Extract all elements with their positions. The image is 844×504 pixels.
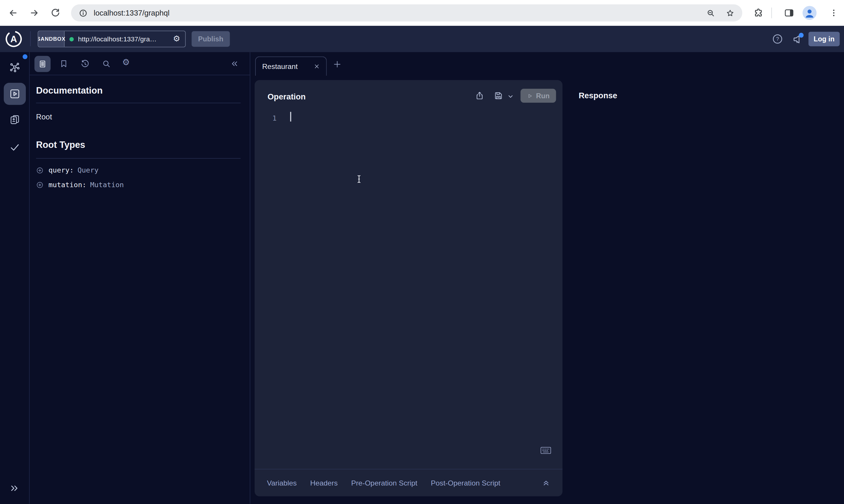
changelog-icon[interactable] bbox=[9, 114, 20, 125]
notification-dot bbox=[799, 33, 804, 38]
question-mark: ? bbox=[776, 36, 779, 42]
save-operation-icon[interactable] bbox=[494, 91, 503, 101]
browser-chrome: localhost:1337/graphql bbox=[0, 0, 844, 26]
endpoint-input[interactable]: http://localhost:1337/gra… ⚙ bbox=[65, 31, 185, 47]
mutation-type-link[interactable]: Mutation bbox=[90, 181, 124, 188]
root-types-title: Root Types bbox=[36, 140, 85, 151]
add-field-icon[interactable] bbox=[36, 166, 44, 174]
post-operation-script-tab[interactable]: Post-Operation Script bbox=[431, 479, 500, 487]
endpoint-group: SANDBOX http://localhost:1337/gra… ⚙ bbox=[38, 31, 186, 47]
apollo-logo[interactable]: A bbox=[5, 30, 22, 48]
browser-back-icon[interactable] bbox=[7, 7, 18, 18]
mutation-field-label: mutation: bbox=[49, 181, 86, 188]
side-panel-icon[interactable] bbox=[784, 7, 795, 18]
share-operation-icon[interactable] bbox=[475, 91, 485, 101]
line-number: 1 bbox=[272, 114, 276, 122]
graph-icon[interactable] bbox=[9, 62, 20, 73]
run-label: Run bbox=[536, 92, 549, 100]
docs-divider bbox=[36, 158, 241, 159]
documentation-panel: ⚙ Documentation Root Root Types query: Q… bbox=[30, 52, 250, 504]
apollo-logo-letter: A bbox=[10, 34, 17, 44]
checks-icon[interactable] bbox=[9, 141, 20, 152]
run-play-icon bbox=[527, 93, 533, 98]
operation-code-editor[interactable]: 1 bbox=[255, 110, 562, 469]
operation-editor-column: Restaurant Operation bbox=[250, 52, 562, 504]
extensions-puzzle-icon[interactable] bbox=[753, 7, 764, 18]
explorer-tab-active[interactable] bbox=[4, 83, 26, 105]
settings-gear-icon[interactable]: ⚙ bbox=[122, 58, 130, 67]
publish-button[interactable]: Publish bbox=[192, 31, 230, 47]
apollo-sandbox-screen: localhost:1337/graphql A bbox=[0, 0, 844, 504]
operation-title: Operation bbox=[268, 92, 306, 101]
collapse-panel-icon[interactable] bbox=[230, 59, 239, 68]
save-options-chevron-down-icon[interactable] bbox=[507, 94, 513, 100]
profile-avatar[interactable] bbox=[803, 6, 817, 20]
site-info-icon[interactable] bbox=[79, 8, 88, 17]
documentation-icon bbox=[38, 59, 47, 68]
response-panel: Response bbox=[562, 52, 844, 504]
query-type-link[interactable]: Query bbox=[77, 166, 99, 174]
left-rail bbox=[0, 52, 30, 504]
sandbox-badge: SANDBOX bbox=[38, 31, 65, 47]
help-icon[interactable]: ? bbox=[772, 33, 783, 44]
bookmark-star-icon[interactable] bbox=[726, 8, 735, 17]
variables-tab[interactable]: Variables bbox=[267, 479, 297, 487]
docs-icon-row: ⚙ bbox=[30, 52, 250, 75]
address-bar[interactable]: localhost:1337/graphql bbox=[71, 4, 742, 22]
browser-forward-icon[interactable] bbox=[29, 7, 40, 18]
browser-reload-icon[interactable] bbox=[50, 7, 61, 18]
history-icon[interactable] bbox=[80, 59, 90, 69]
browser-menu-icon[interactable] bbox=[829, 8, 839, 18]
bookmarks-icon[interactable] bbox=[59, 59, 68, 68]
new-tab-icon[interactable] bbox=[333, 59, 342, 69]
tab-restaurant[interactable]: Restaurant bbox=[255, 56, 327, 76]
chrome-divider bbox=[772, 7, 772, 18]
toolbar-divider bbox=[30, 31, 31, 46]
documentation-tab-active[interactable] bbox=[34, 56, 51, 72]
keyboard-shortcuts-icon[interactable] bbox=[540, 447, 551, 455]
login-button[interactable]: Log in bbox=[808, 32, 840, 46]
root-type-mutation-row[interactable]: mutation: Mutation bbox=[36, 178, 124, 192]
run-button[interactable]: Run bbox=[520, 89, 556, 103]
apollo-toolbar: A SANDBOX http://localhost:1337/gra… ⚙ P… bbox=[0, 26, 844, 52]
text-caret bbox=[290, 112, 291, 122]
root-type-query-row[interactable]: query: Query bbox=[36, 163, 99, 177]
connection-status-dot bbox=[69, 37, 74, 41]
response-title: Response bbox=[579, 91, 617, 100]
endpoint-settings-gear-icon[interactable]: ⚙ bbox=[173, 35, 180, 43]
add-field-icon[interactable] bbox=[36, 181, 44, 188]
explorer-play-icon bbox=[9, 88, 20, 100]
docs-title: Documentation bbox=[36, 85, 103, 96]
mouse-ibeam-cursor bbox=[354, 174, 364, 185]
collapse-footer-icon[interactable] bbox=[542, 479, 550, 487]
docs-root-link[interactable]: Root bbox=[36, 112, 52, 121]
close-tab-icon[interactable] bbox=[314, 64, 320, 69]
docs-divider bbox=[36, 103, 241, 103]
search-icon[interactable] bbox=[102, 59, 111, 68]
rail-notification-dot bbox=[23, 54, 27, 59]
tab-title: Restaurant bbox=[262, 62, 298, 70]
url-text: localhost:1337/graphql bbox=[94, 8, 170, 17]
expand-rail-icon[interactable] bbox=[9, 483, 20, 494]
workspace: ⚙ Documentation Root Root Types query: Q… bbox=[0, 52, 844, 504]
operation-panel: Operation Run 1 bbox=[255, 80, 562, 497]
operation-footer: Variables Headers Pre-Operation Script P… bbox=[255, 469, 562, 496]
query-field-label: query: bbox=[49, 166, 74, 174]
pre-operation-script-tab[interactable]: Pre-Operation Script bbox=[351, 479, 418, 487]
zoom-out-icon[interactable] bbox=[706, 8, 716, 17]
headers-tab[interactable]: Headers bbox=[310, 479, 338, 487]
endpoint-url: http://localhost:1337/gra… bbox=[78, 35, 173, 43]
